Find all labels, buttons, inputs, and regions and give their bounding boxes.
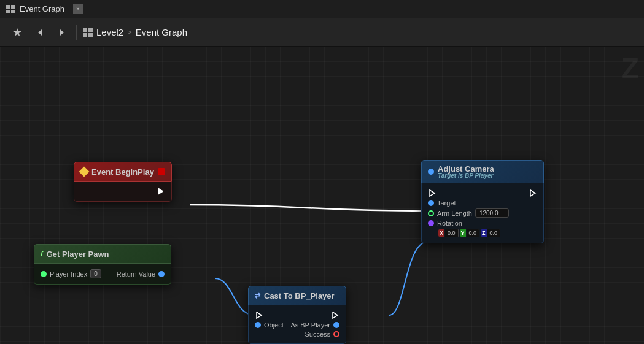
- success-pin[interactable]: [333, 331, 339, 337]
- as-bp-player-pin[interactable]: [333, 322, 339, 328]
- back-button[interactable]: [32, 26, 48, 39]
- cast-exec-pins: [255, 311, 339, 319]
- rotation-label: Rotation: [437, 220, 462, 227]
- node-getpawn-body: Player Index 0 Return Value: [34, 264, 171, 285]
- as-bp-player-label: As BP Player: [290, 321, 330, 329]
- x-field[interactable]: X 0.0: [438, 229, 459, 237]
- rotation-pin-row: Rotation: [428, 220, 537, 227]
- corner-label: Z: [621, 52, 639, 85]
- toolbar-separator: [76, 25, 77, 40]
- adjust-exec-pins: [428, 189, 537, 197]
- arm-length-pin[interactable]: [428, 210, 434, 216]
- svg-marker-6: [530, 190, 535, 196]
- svg-marker-4: [333, 312, 338, 318]
- adjust-exec-out-pin[interactable]: [529, 189, 537, 197]
- node-cast-to-bp-player[interactable]: ⇄ Cast To BP_Player Object As BP Player: [248, 286, 346, 344]
- player-index-label: Player Index: [50, 270, 87, 278]
- svg-marker-1: [60, 29, 64, 36]
- node-event-indicator: [158, 168, 165, 175]
- node-event-begin-play[interactable]: Event BeginPlay: [74, 162, 172, 202]
- blueprint-icon: [83, 28, 93, 37]
- return-value-label: Return Value: [117, 270, 155, 278]
- forward-button[interactable]: [54, 26, 70, 39]
- adjust-icon: [428, 169, 434, 175]
- return-value-pin[interactable]: [158, 271, 165, 277]
- node-adjust-body: Target Arm Length 1200.0 Rotation X 0.0: [421, 183, 544, 243]
- title-bar: Event Graph ×: [0, 0, 644, 18]
- svg-marker-5: [430, 190, 435, 196]
- x-value: 0.0: [445, 229, 459, 237]
- node-getpawn-title: Get Player Pawn: [47, 250, 109, 259]
- node-event-body: [74, 182, 172, 202]
- breadcrumb-level[interactable]: Level2: [96, 27, 123, 37]
- rotation-pin[interactable]: [428, 220, 434, 226]
- event-icon: [79, 167, 90, 177]
- node-event-title: Event BeginPlay: [91, 167, 154, 177]
- node-adjust-header: Adjust Camera Target is BP Player: [421, 160, 544, 183]
- node-adjust-camera[interactable]: Adjust Camera Target is BP Player Target: [421, 160, 544, 243]
- node-cast-body: Object As BP Player Success: [248, 305, 346, 344]
- breadcrumb-separator: >: [127, 28, 132, 37]
- svg-marker-2: [158, 188, 163, 194]
- x-label: X: [438, 229, 444, 237]
- title-text: Event Graph: [20, 4, 64, 13]
- player-index-pin-row: Player Index 0 Return Value: [41, 269, 165, 278]
- target-label: Target: [437, 199, 456, 207]
- node-adjust-subtitle: Target is BP Player: [438, 172, 494, 179]
- y-label: Y: [460, 229, 466, 237]
- cast-icon: ⇄: [255, 292, 260, 300]
- z-field[interactable]: Z 0.0: [481, 229, 500, 237]
- success-pin-row: Success: [255, 331, 339, 338]
- toolbar: ★ Level2 > Event Graph: [0, 18, 644, 47]
- arm-length-pin-row: Arm Length 1200.0: [428, 208, 537, 218]
- graph-canvas[interactable]: Z Event BeginPlay f Get Player Pawn: [0, 47, 644, 344]
- breadcrumb-graph: Event Graph: [136, 27, 187, 37]
- close-button[interactable]: ×: [73, 4, 83, 14]
- object-label: Object: [264, 321, 284, 329]
- success-label: Success: [305, 331, 330, 338]
- rotation-xyz-row: X 0.0 Y 0.0 Z 0.0: [428, 229, 537, 237]
- node-event-header: Event BeginPlay: [74, 162, 172, 182]
- svg-marker-0: [38, 29, 42, 36]
- node-cast-header: ⇄ Cast To BP_Player: [248, 286, 346, 305]
- cast-exec-out-pin[interactable]: [331, 311, 339, 319]
- svg-marker-3: [257, 312, 262, 318]
- arm-length-field[interactable]: 1200.0: [475, 208, 509, 218]
- player-index-value[interactable]: 0: [90, 269, 101, 278]
- node-get-player-pawn[interactable]: f Get Player Pawn Player Index 0 Return …: [34, 244, 171, 285]
- y-value: 0.0: [467, 229, 480, 237]
- function-icon: f: [41, 250, 43, 258]
- object-pin-row: Object As BP Player: [255, 321, 339, 329]
- z-label: Z: [481, 229, 487, 237]
- node-getpawn-header: f Get Player Pawn: [34, 244, 171, 264]
- node-cast-title: Cast To BP_Player: [264, 291, 335, 300]
- player-index-pin[interactable]: [41, 271, 47, 277]
- title-icon: [6, 5, 15, 13]
- z-value: 0.0: [487, 229, 501, 237]
- exec-out-pin[interactable]: [157, 187, 165, 196]
- target-pin[interactable]: [428, 200, 434, 206]
- arm-length-label: Arm Length: [437, 210, 472, 217]
- breadcrumb: Level2 > Event Graph: [83, 27, 187, 37]
- exec-out-pin-row: [80, 187, 165, 196]
- cast-exec-in-pin[interactable]: [255, 311, 263, 319]
- adjust-exec-in-pin[interactable]: [428, 189, 436, 197]
- target-pin-row: Target: [428, 199, 537, 207]
- y-field[interactable]: Y 0.0: [460, 229, 480, 237]
- star-button[interactable]: ★: [9, 23, 26, 42]
- object-pin[interactable]: [255, 322, 261, 328]
- xyz-group: X 0.0 Y 0.0 Z 0.0: [438, 229, 500, 237]
